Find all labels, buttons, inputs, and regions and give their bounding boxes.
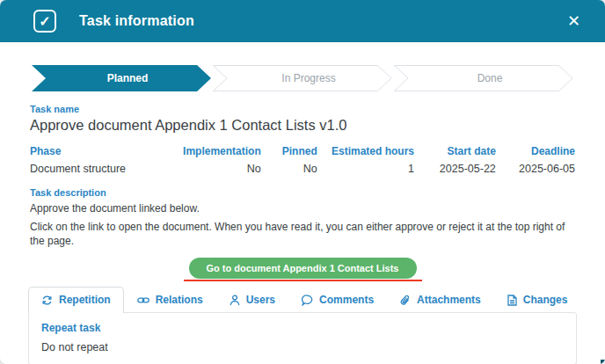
comment-icon	[302, 295, 313, 306]
field-estimated-hours: Estimated hours 1	[326, 145, 414, 175]
close-icon[interactable]: ✕	[562, 10, 586, 33]
modal-header: ✓ Task information ✕	[0, 0, 605, 42]
task-description-label: Task description	[30, 187, 575, 198]
go-to-document-button[interactable]: Go to document Appendix 1 Contact Lists	[189, 258, 417, 279]
annotation-underline	[184, 280, 422, 281]
task-description-line: Click on the link to open the document. …	[30, 221, 575, 249]
field-deadline: Deadline 2025-06-05	[505, 145, 575, 175]
tab-changes[interactable]: Changes	[494, 287, 581, 312]
link-icon	[137, 295, 149, 306]
tab-repetition[interactable]: Repetition	[28, 287, 124, 313]
document-icon	[507, 295, 517, 306]
repeat-task-value: Do not repeat	[41, 341, 564, 353]
task-information-modal: ✓ Task information ✕ Planned In Progress…	[0, 0, 605, 364]
paperclip-icon	[400, 295, 411, 306]
task-name-label: Task name	[30, 104, 575, 114]
field-implementation: Implementation No	[173, 145, 261, 175]
tab-relations[interactable]: Relations	[124, 287, 216, 312]
step-planned[interactable]: Planned	[46, 65, 209, 91]
field-start-date: Start date 2025-05-22	[423, 145, 496, 175]
tab-attachments[interactable]: Attachments	[387, 287, 494, 312]
tab-comments[interactable]: Comments	[288, 287, 387, 312]
step-done[interactable]: Done	[408, 65, 572, 91]
field-pinned: Pinned No	[270, 145, 317, 175]
task-fields: Phase Document structure Implementation …	[30, 145, 575, 175]
tab-users[interactable]: Users	[216, 287, 288, 312]
field-phase: Phase Document structure	[30, 145, 164, 175]
background-fragment	[601, 360, 605, 364]
task-description-line: Approve the document linked below.	[30, 202, 575, 216]
repeat-icon	[41, 295, 53, 306]
task-checkbox-icon: ✓	[33, 10, 56, 33]
modal-title: Task information	[79, 13, 194, 29]
user-icon	[230, 295, 240, 306]
repetition-panel: Repeat task Do not repeat	[28, 312, 577, 364]
tab-bar: Repetition Relations Users Comments	[28, 287, 575, 312]
step-in-progress[interactable]: In Progress	[227, 65, 390, 91]
workflow-steps: Planned In Progress Done	[32, 65, 573, 91]
repeat-task-label: Repeat task	[41, 322, 564, 334]
task-name: Approve document Appendix 1 Contact List…	[30, 117, 575, 134]
